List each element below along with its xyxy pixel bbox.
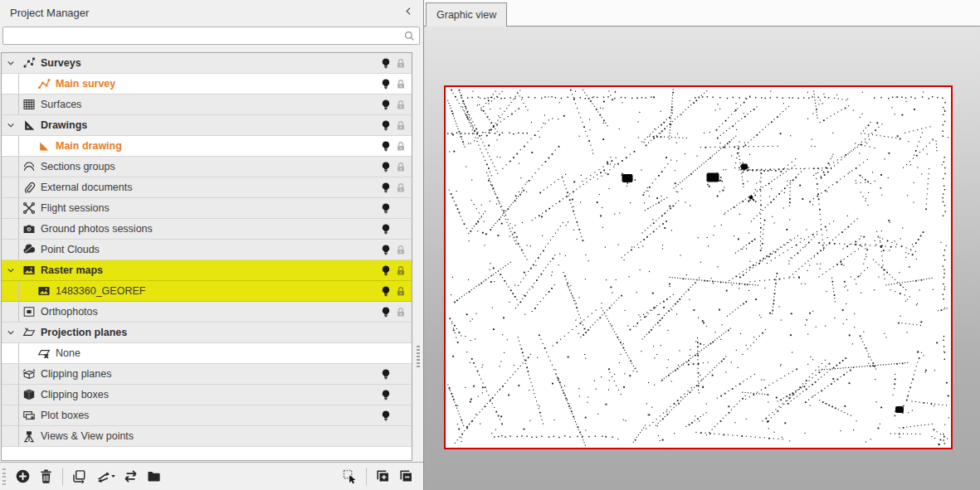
panel-toolbar: [0, 462, 423, 490]
collapse-all-button[interactable]: [396, 466, 417, 487]
lock-icon[interactable]: [393, 138, 408, 153]
ortho-icon: [22, 305, 36, 318]
visibility-bulb-icon[interactable]: [378, 138, 393, 153]
tree-item-surfaces[interactable]: Surfaces: [2, 95, 412, 115]
tree-item-main-survey[interactable]: Main survey: [2, 74, 412, 95]
open-folder-button[interactable]: [144, 466, 164, 487]
lock-icon[interactable]: [393, 304, 408, 319]
tree-item-surveys[interactable]: Surveys: [2, 53, 412, 74]
marquee-select-button[interactable]: [339, 466, 360, 487]
visibility-bulb-icon[interactable]: [378, 304, 393, 319]
tree-item-label: Point Clouds: [41, 244, 100, 255]
visibility-bulb-icon[interactable]: [378, 408, 393, 423]
tree-item-ground-photos-sessions[interactable]: Ground photos sessions: [2, 219, 412, 240]
tree-item-label: Sections groups: [41, 161, 115, 172]
lock-icon[interactable]: [393, 284, 408, 298]
lock-icon[interactable]: [393, 97, 408, 112]
tree-item-label: Main drawing: [56, 140, 122, 152]
tree-item-label: Projection planes: [41, 327, 127, 338]
graphic-view[interactable]: [424, 26, 980, 490]
tree-item-projection-planes[interactable]: Projection planes: [2, 323, 412, 343]
visibility-bulb-icon[interactable]: [378, 201, 393, 216]
visibility-bulb-icon[interactable]: [378, 56, 393, 70]
visibility-bulb-icon[interactable]: [378, 263, 393, 278]
empty-cell: [393, 387, 408, 402]
tree-item-views-view-points[interactable]: Views & View points: [2, 426, 412, 447]
project-tree: SurveysMain surveySurfacesDrawingsMain d…: [1, 52, 412, 461]
lock-icon[interactable]: [393, 76, 408, 91]
toolbar-grip[interactable]: [2, 468, 6, 485]
tree-item-main-drawing[interactable]: Main drawing: [2, 136, 412, 157]
visibility-bulb-icon[interactable]: [378, 180, 393, 195]
project-manager-panel: Project Manager SurveysMain surveySurfac…: [0, 0, 423, 490]
tree-item-label: Clipping planes: [41, 368, 111, 380]
tree-item-sections-groups[interactable]: Sections groups: [2, 157, 412, 177]
tree-item-clipping-boxes[interactable]: Clipping boxes: [2, 385, 412, 405]
reload-button[interactable]: [120, 466, 141, 487]
tab-graphic-view[interactable]: Graphic view: [426, 2, 507, 27]
expand-all-button[interactable]: [373, 466, 393, 487]
tree-item-clipping-planes[interactable]: Clipping planes: [2, 364, 412, 385]
plot-box-icon: [22, 409, 36, 422]
panel-header: Project Manager: [0, 0, 423, 25]
tree-item-flight-sessions[interactable]: Flight sessions: [2, 198, 412, 219]
panel-splitter-grip[interactable]: [417, 346, 420, 367]
tree-branch-spacer: [2, 136, 19, 156]
tree-item-drawings[interactable]: Drawings: [2, 115, 412, 136]
tree-item-raster-maps[interactable]: Raster maps: [2, 260, 412, 281]
main-drawing-icon: [37, 139, 51, 153]
tree-item-point-clouds[interactable]: Point Clouds: [2, 240, 412, 260]
lock-icon[interactable]: [393, 263, 408, 278]
chevron-down-icon[interactable]: [2, 260, 19, 280]
visibility-bulb-icon[interactable]: [378, 242, 393, 257]
raster-map-image[interactable]: [444, 85, 953, 449]
visibility-bulb-icon[interactable]: [378, 387, 393, 402]
visibility-bulb-icon[interactable]: [378, 284, 393, 298]
tree-branch-spacer: [2, 240, 19, 260]
tree-item-orthophotos[interactable]: Orthophotos: [2, 302, 412, 323]
search-input[interactable]: [2, 27, 420, 45]
collapse-panel-button[interactable]: [400, 4, 417, 21]
lock-icon[interactable]: [393, 56, 408, 70]
tree-item-label: Main survey: [56, 78, 115, 90]
tree-branch-spacer: [2, 198, 19, 218]
empty-cell: [393, 346, 408, 361]
tree-item-none[interactable]: None: [2, 343, 412, 364]
search-box: [2, 27, 420, 45]
visibility-bulb-icon[interactable]: [378, 159, 393, 174]
tree-item-1483360-georef[interactable]: 1483360_GEOREF: [2, 281, 412, 302]
application-window: Project Manager SurveysMain surveySurfac…: [0, 0, 980, 490]
lock-icon[interactable]: [393, 118, 408, 133]
add-item-button[interactable]: [12, 466, 33, 487]
visibility-bulb-icon[interactable]: [378, 118, 393, 133]
surfaces-icon: [22, 98, 36, 111]
empty-cell: [393, 408, 408, 423]
tab-bar: Graphic view: [424, 0, 980, 26]
tree-branch-spacer: [2, 364, 19, 384]
chevron-down-icon[interactable]: [2, 53, 19, 73]
visibility-bulb-icon[interactable]: [378, 97, 393, 112]
proj-plane-icon: [22, 326, 36, 339]
lock-icon[interactable]: [393, 180, 408, 195]
clip-plane-icon: [22, 367, 36, 381]
visibility-bulb-icon[interactable]: [378, 76, 393, 91]
tree-branch-spacer: [2, 219, 19, 239]
lock-icon[interactable]: [393, 159, 408, 174]
cloud-icon: [22, 243, 36, 256]
tree-item-plot-boxes[interactable]: Plot boxes: [2, 405, 412, 426]
tree-item-label: Clipping boxes: [41, 389, 109, 400]
delete-item-button[interactable]: [36, 466, 56, 487]
tree-branch-spacer: [2, 74, 19, 94]
tree-branch-spacer: [2, 405, 19, 425]
lock-icon[interactable]: [393, 242, 408, 257]
replace-document-button[interactable]: [69, 466, 90, 487]
transfer-arrows-button[interactable]: [92, 466, 118, 487]
visibility-bulb-icon[interactable]: [378, 221, 393, 236]
chevron-down-icon[interactable]: [2, 323, 19, 342]
tree-item-label: Views & View points: [41, 430, 134, 442]
raster-icon: [22, 264, 36, 277]
visibility-bulb-icon[interactable]: [378, 366, 393, 381]
tree-item-external-documents[interactable]: External documents: [2, 177, 412, 198]
chevron-down-icon[interactable]: [2, 115, 19, 135]
sections-icon: [22, 160, 36, 173]
